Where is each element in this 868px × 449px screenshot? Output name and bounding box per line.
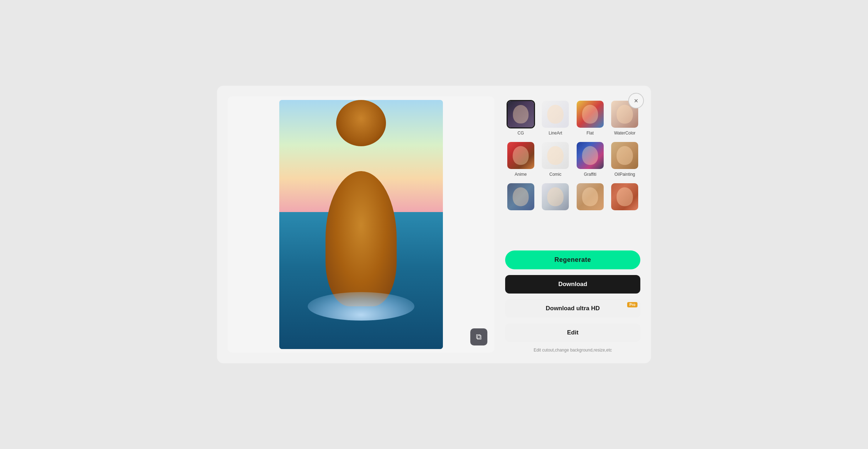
style-label-graffiti: Graffiti	[584, 172, 596, 177]
style-label-flat: Flat	[587, 131, 594, 136]
thumb-face-watercolor	[616, 105, 633, 123]
style-thumb-lineart	[541, 100, 570, 128]
thumb-face-comic	[547, 146, 563, 165]
thumb-face-row3-2	[547, 187, 563, 206]
style-thumb-row3-1	[507, 183, 535, 211]
thumb-face-row3-4	[616, 187, 633, 206]
style-item-row3-4[interactable]	[609, 183, 641, 211]
style-label-comic: Comic	[549, 172, 561, 177]
style-label-oilpainting: OilPainting	[614, 172, 635, 177]
thumb-face-graffiti	[582, 146, 598, 165]
style-thumb-anime-inner	[507, 142, 534, 169]
style-thumb-cg	[507, 100, 535, 128]
close-icon: ×	[634, 97, 638, 105]
thumb-face-row3-3	[582, 187, 598, 206]
style-item-graffiti[interactable]: Graffiti	[575, 141, 606, 177]
style-grid-row3	[505, 183, 640, 211]
style-grid-row2: Anime Comic Graffiti	[505, 141, 640, 177]
style-thumb-row3-2-inner	[542, 183, 569, 210]
style-label-lineart: LineArt	[549, 131, 562, 136]
edit-hint-text: Edit cutout,change background,resize,etc	[505, 348, 640, 353]
image-preview-area: ⧉	[228, 96, 494, 353]
style-label-anime: Anime	[515, 172, 527, 177]
style-thumb-comic	[541, 141, 570, 170]
style-item-comic[interactable]: Comic	[540, 141, 571, 177]
thumb-face-cg	[513, 105, 529, 123]
style-item-oilpainting[interactable]: OilPainting	[609, 141, 641, 177]
thumb-face-anime	[513, 146, 529, 165]
style-thumb-row3-4	[610, 183, 639, 211]
style-item-row3-1[interactable]	[505, 183, 536, 211]
style-grid-row1: CG LineArt Flat	[505, 100, 640, 136]
style-thumb-comic-inner	[542, 142, 569, 169]
sidebar: CG LineArt Flat	[505, 96, 640, 353]
style-item-row3-3[interactable]	[575, 183, 606, 211]
style-thumb-oilpainting-inner	[611, 142, 638, 169]
style-thumb-oilpainting	[610, 141, 639, 170]
style-label-cg: CG	[518, 131, 524, 136]
style-item-row3-2[interactable]	[540, 183, 571, 211]
download-hd-button[interactable]: Download ultra HD Pro	[505, 299, 640, 318]
main-modal: × ⧉ CG	[217, 86, 651, 363]
dog-body-layer	[326, 171, 397, 306]
style-thumb-row3-4-inner	[611, 183, 638, 210]
style-thumb-row3-1-inner	[507, 183, 534, 210]
thumb-face-lineart	[547, 105, 563, 123]
style-thumb-graffiti	[576, 141, 604, 170]
style-thumb-graffiti-inner	[577, 142, 604, 169]
style-thumb-flat-inner	[577, 101, 604, 128]
style-thumb-row3-2	[541, 183, 570, 211]
regenerate-button[interactable]: Regenerate	[505, 250, 640, 269]
style-thumb-row3-3-inner	[577, 183, 604, 210]
main-image	[279, 100, 443, 349]
dog-head-layer	[336, 100, 386, 146]
style-label-watercolor: WaterColor	[614, 131, 635, 136]
style-item-cg[interactable]: CG	[505, 100, 536, 136]
style-thumb-row3-3	[576, 183, 604, 211]
style-thumb-cg-inner	[508, 101, 534, 127]
splash-layer	[308, 292, 414, 321]
style-thumb-flat	[576, 100, 604, 128]
style-item-anime[interactable]: Anime	[505, 141, 536, 177]
thumb-face-row3-1	[513, 187, 529, 206]
thumb-face-flat	[582, 105, 598, 123]
edit-button[interactable]: Edit	[505, 323, 640, 342]
download-button[interactable]: Download	[505, 275, 640, 294]
style-thumb-lineart-inner	[542, 101, 569, 128]
compare-icon: ⧉	[476, 332, 482, 342]
pro-badge: Pro	[627, 302, 637, 307]
style-item-flat[interactable]: Flat	[575, 100, 606, 136]
style-thumb-anime	[507, 141, 535, 170]
download-hd-label: Download ultra HD	[546, 305, 600, 312]
close-button[interactable]: ×	[628, 93, 644, 109]
thumb-face-oilpainting	[616, 146, 633, 165]
style-item-lineart[interactable]: LineArt	[540, 100, 571, 136]
compare-button[interactable]: ⧉	[470, 328, 487, 345]
